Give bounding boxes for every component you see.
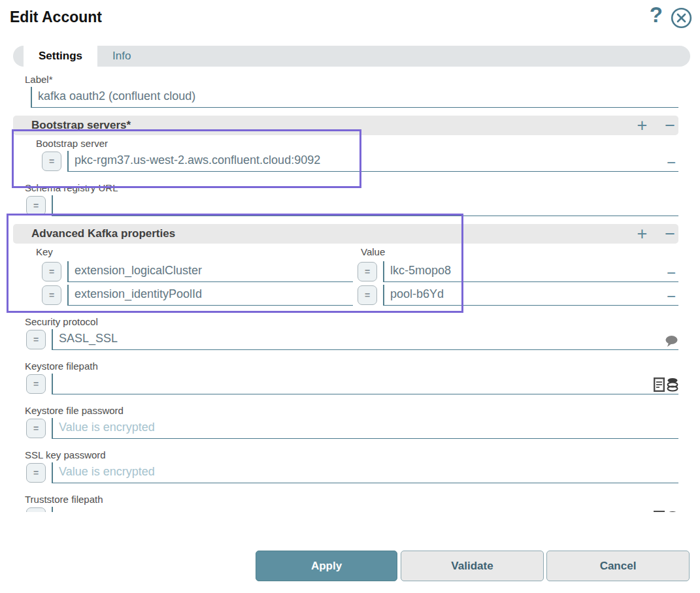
truststore-filepath-input[interactable]: [53, 506, 678, 512]
security-protocol-row: =: [26, 329, 678, 350]
security-protocol-label: Security protocol: [25, 316, 678, 327]
label-field-label: Label*: [25, 74, 678, 85]
bootstrap-section-title: Bootstrap servers*: [31, 119, 131, 132]
property-value-input[interactable]: [384, 284, 678, 306]
apply-button[interactable]: Apply: [256, 551, 397, 581]
value-column-header: Value: [361, 246, 385, 257]
advanced-section-header: Advanced Kafka properties + −: [13, 224, 678, 244]
tab-bar: Settings Info: [13, 46, 690, 67]
property-key-input[interactable]: [69, 261, 353, 282]
key-column-header: Key: [36, 246, 53, 257]
drag-handle-icon[interactable]: =: [42, 152, 61, 171]
ssl-key-password-row: =: [26, 462, 678, 483]
drag-handle-icon[interactable]: =: [26, 463, 46, 483]
ssl-key-password-label: SSL key password: [25, 449, 678, 460]
label-input[interactable]: [32, 86, 678, 108]
file-browse-icon[interactable]: [654, 511, 665, 512]
kv-column-headers: Key Value: [13, 246, 678, 259]
bootstrap-server-row: = −: [42, 151, 678, 172]
keystore-filepath-row: =: [26, 374, 678, 394]
remove-property-icon[interactable]: −: [665, 290, 677, 303]
drag-handle-icon[interactable]: =: [26, 330, 46, 349]
page-title: Edit Account: [10, 8, 102, 26]
drag-handle-icon[interactable]: =: [42, 262, 61, 281]
label-field-row: [25, 87, 678, 108]
tab-settings[interactable]: Settings: [24, 46, 97, 67]
drag-handle-icon[interactable]: =: [358, 285, 377, 305]
keystore-filepath-label: Keystore filepath: [25, 361, 678, 372]
schema-registry-row: =: [26, 195, 678, 216]
database-stack-icon[interactable]: [667, 377, 678, 392]
file-browse-icon[interactable]: [654, 377, 665, 392]
bootstrap-server-input[interactable]: [69, 150, 678, 172]
database-stack-icon[interactable]: [667, 511, 678, 512]
validate-button[interactable]: Validate: [401, 551, 544, 581]
tab-info[interactable]: Info: [97, 46, 146, 67]
close-icon[interactable]: [671, 7, 692, 29]
keystore-filepath-input[interactable]: [53, 373, 678, 394]
settings-form: Label* Bootstrap servers* + − Bootstrap …: [0, 67, 700, 512]
add-property-icon[interactable]: +: [637, 225, 647, 243]
remove-property-icon[interactable]: −: [665, 266, 677, 280]
property-value-input[interactable]: [384, 261, 678, 282]
add-bootstrap-server-icon[interactable]: +: [637, 117, 647, 135]
property-key-input[interactable]: [69, 284, 353, 306]
security-protocol-input[interactable]: [53, 329, 678, 350]
drag-handle-icon[interactable]: =: [26, 507, 46, 512]
keystore-password-label: Keystore file password: [25, 405, 678, 416]
collapse-advanced-section-icon[interactable]: −: [665, 225, 675, 243]
property-row: = = −: [42, 261, 678, 282]
keystore-password-input[interactable]: [53, 417, 678, 439]
help-icon[interactable]: ?: [650, 4, 663, 25]
schema-registry-input[interactable]: [53, 195, 678, 216]
remove-bootstrap-server-icon[interactable]: −: [665, 156, 677, 169]
comment-bubble-icon[interactable]: [665, 335, 678, 347]
property-row: = = −: [42, 285, 678, 306]
drag-handle-icon[interactable]: =: [26, 419, 46, 438]
drag-handle-icon[interactable]: =: [42, 285, 61, 305]
bootstrap-server-label: Bootstrap server: [36, 138, 678, 149]
keystore-password-row: =: [26, 418, 678, 439]
truststore-filepath-row: =: [26, 507, 678, 512]
drag-handle-icon[interactable]: =: [26, 196, 46, 216]
schema-registry-label: Schema registry URL: [25, 182, 678, 193]
advanced-section-title: Advanced Kafka properties: [31, 227, 175, 240]
ssl-key-password-input[interactable]: [53, 462, 678, 483]
drag-handle-icon[interactable]: =: [358, 262, 377, 281]
bootstrap-section-header: Bootstrap servers* + −: [13, 116, 678, 135]
truststore-filepath-label: Truststore filepath: [25, 494, 678, 505]
cancel-button[interactable]: Cancel: [546, 551, 690, 581]
collapse-bootstrap-section-icon[interactable]: −: [665, 117, 675, 135]
drag-handle-icon[interactable]: =: [26, 374, 46, 394]
